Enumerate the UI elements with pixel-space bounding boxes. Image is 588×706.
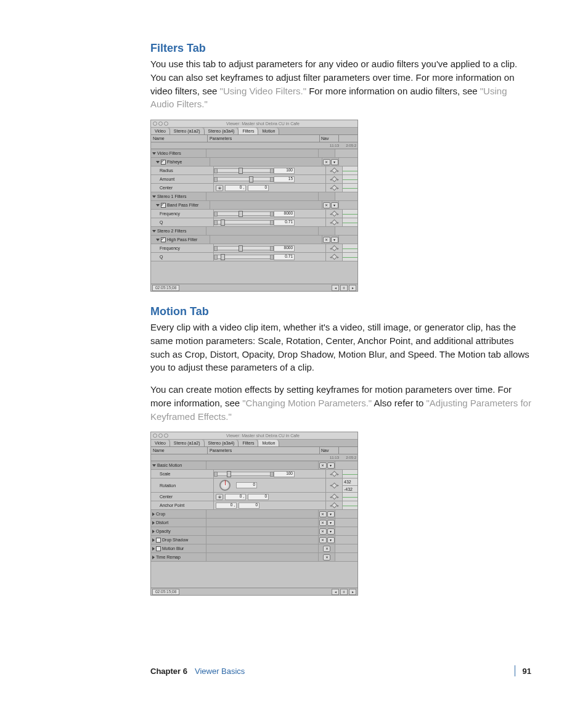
timeline-cell[interactable] (335, 149, 357, 157)
disclosure-triangle-icon[interactable] (152, 538, 155, 542)
value-field[interactable]: 100 (274, 471, 295, 477)
filter-header-row[interactable]: High Pass Filter✕▾ (151, 236, 357, 244)
disclosure-triangle-icon[interactable] (152, 152, 156, 155)
group-header-row[interactable]: Video Filters (151, 149, 357, 158)
value-slider[interactable] (217, 177, 271, 181)
timeline-ruler[interactable]: 11:132:05:2 (151, 142, 357, 149)
filter-enable-checkbox[interactable] (161, 160, 166, 165)
center-crosshair-button[interactable]: ⊕ (216, 494, 223, 500)
close-window-icon[interactable] (153, 433, 157, 438)
timeline-cell[interactable] (335, 527, 357, 535)
effect-enable-checkbox[interactable] (156, 538, 161, 543)
value-field[interactable]: 0 (236, 482, 257, 488)
slider-thumb[interactable] (239, 211, 243, 217)
timeline-cell[interactable] (335, 536, 357, 544)
disclosure-triangle-icon[interactable] (152, 547, 155, 551)
timeline-cell[interactable] (343, 184, 357, 192)
rotation-dial[interactable] (219, 480, 231, 491)
group-header-row[interactable]: Stereo 1 Filters (151, 192, 357, 201)
tab-stereo-a1a2-[interactable]: Stereo (a1a2) (170, 128, 205, 134)
slider-thumb[interactable] (221, 220, 225, 226)
window-traffic-lights[interactable] (151, 433, 168, 438)
collapsed-group-row[interactable]: Distort✕▾ (151, 519, 357, 527)
filter-header-row[interactable]: Fisheye✕▾ (151, 158, 357, 166)
timecode-field[interactable]: 02:05:15;08 (152, 589, 179, 595)
field-display-button[interactable]: II (340, 285, 348, 291)
filter-enable-checkbox[interactable] (161, 237, 166, 242)
slider-thumb[interactable] (239, 245, 243, 252)
filter-menu-button[interactable]: ▾ (331, 237, 338, 243)
value-field[interactable]: 0 , (225, 185, 246, 191)
value-field[interactable]: 0 , (216, 503, 237, 509)
tab-motion[interactable]: Motion (258, 128, 279, 134)
add-keyframe-button[interactable] (331, 168, 337, 174)
value-field[interactable]: 0 (239, 503, 259, 509)
timeline-cell[interactable] (343, 175, 357, 183)
collapsed-group-row[interactable]: Motion Blur✕ (151, 544, 357, 553)
value-field[interactable]: 8000 (274, 211, 295, 217)
add-keyframe-button[interactable] (331, 503, 337, 509)
reset-button[interactable]: ✕ (323, 159, 330, 165)
add-keyframe-button[interactable] (331, 254, 337, 260)
timeline-cell[interactable] (343, 210, 357, 218)
add-keyframe-button[interactable] (331, 471, 337, 477)
slider-thumb[interactable] (227, 471, 231, 477)
timeline-cell[interactable] (335, 227, 357, 235)
timeline-cell[interactable] (335, 461, 357, 469)
reset-button[interactable]: ✕ (319, 520, 327, 526)
reset-button[interactable]: ✕ (323, 202, 330, 208)
disclosure-triangle-icon[interactable] (152, 512, 155, 516)
timeline-cell[interactable] (343, 501, 357, 509)
tab-filters[interactable]: Filters (239, 128, 258, 134)
disclosure-triangle-icon[interactable] (152, 195, 156, 198)
prev-edit-button[interactable]: ◂ (332, 285, 339, 291)
value-slider[interactable] (217, 220, 271, 224)
timeline-cell[interactable] (335, 519, 357, 527)
add-keyframe-button[interactable] (331, 176, 337, 183)
disclosure-triangle-icon[interactable] (156, 239, 160, 241)
timeline-cell[interactable] (335, 544, 357, 552)
value-field[interactable]: 0 , (225, 494, 246, 500)
value-slider[interactable] (217, 168, 271, 173)
disclosure-triangle-icon[interactable] (152, 521, 155, 525)
reset-button[interactable]: ✕ (319, 528, 327, 535)
filter-menu-button[interactable]: ▾ (327, 537, 335, 543)
value-slider[interactable] (217, 246, 271, 250)
disclosure-triangle-icon[interactable] (152, 556, 155, 559)
reset-button[interactable]: ✕ (319, 511, 327, 517)
timeline-cell[interactable] (335, 192, 357, 200)
timeline-cell[interactable] (343, 244, 357, 252)
collapsed-group-row[interactable]: Crop✕▾ (151, 510, 357, 519)
timeline-cell[interactable] (343, 493, 357, 501)
disclosure-triangle-icon[interactable] (152, 464, 156, 467)
tab-motion[interactable]: Motion (258, 440, 279, 446)
value-field[interactable]: 8000 (274, 245, 295, 252)
filter-menu-button[interactable]: ▾ (331, 202, 338, 208)
value-slider[interactable] (217, 255, 271, 259)
filter-menu-button[interactable]: ▾ (327, 528, 335, 535)
disclosure-triangle-icon[interactable] (152, 530, 155, 533)
minimize-window-icon[interactable] (158, 433, 163, 438)
filter-header-row[interactable]: Band Pass Filter✕▾ (151, 201, 357, 210)
tab-stereo-a1a2-[interactable]: Stereo (a1a2) (170, 440, 205, 446)
timeline-cell[interactable] (335, 553, 357, 561)
add-keyframe-button[interactable] (331, 494, 337, 500)
reset-button[interactable]: ✕ (323, 554, 330, 560)
add-keyframe-button[interactable] (331, 185, 337, 191)
timeline-cell[interactable] (339, 201, 357, 209)
using-video-filters-link[interactable]: "Using Video Filters." (220, 86, 306, 96)
add-keyframe-button[interactable] (331, 220, 337, 226)
collapsed-group-row[interactable]: Drop Shadow✕▾ (151, 536, 357, 544)
value-field[interactable]: 0 (248, 494, 269, 500)
field-display-button[interactable]: II (340, 589, 348, 595)
timeline-cell[interactable] (339, 236, 357, 244)
reset-button[interactable]: ✕ (323, 237, 330, 243)
effect-enable-checkbox[interactable] (156, 546, 161, 551)
timeline-cell[interactable] (335, 510, 357, 518)
tab-stereo-a3a4-[interactable]: Stereo (a3a4) (205, 128, 239, 134)
value-field[interactable]: 15 (274, 176, 295, 183)
timeline-cell[interactable]: 432-432 (343, 478, 357, 492)
add-keyframe-button[interactable] (331, 245, 337, 252)
filter-menu-button[interactable]: ▾ (331, 159, 338, 165)
filter-menu-button[interactable]: ▾ (327, 511, 335, 517)
